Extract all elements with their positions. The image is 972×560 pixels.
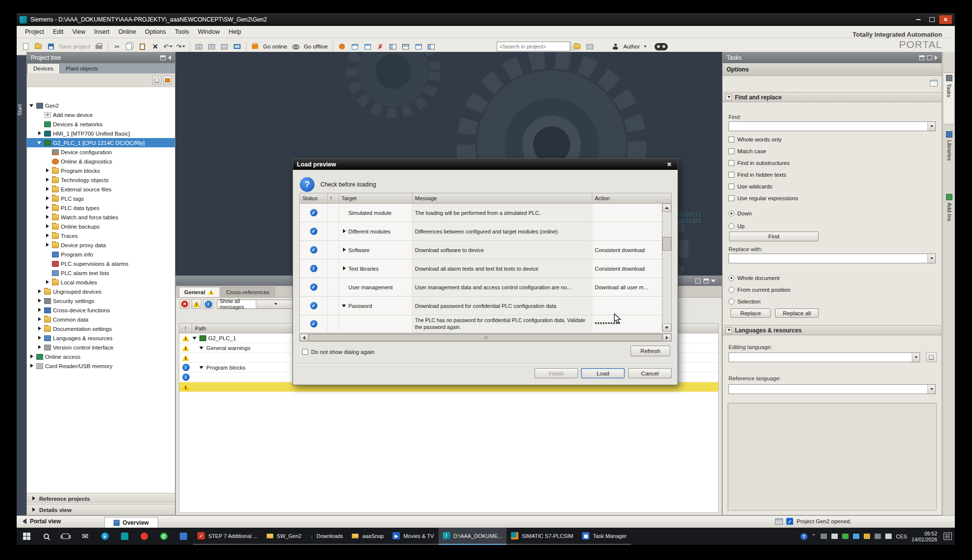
- author-dropdown-icon[interactable]: [644, 46, 647, 47]
- vertical-scrollbar[interactable]: [662, 204, 671, 332]
- task-view-icon[interactable]: [56, 528, 75, 545]
- tray-monitor-icon[interactable]: [821, 534, 827, 539]
- filter-errors-icon[interactable]: ✕: [180, 299, 190, 309]
- start-simulation-icon[interactable]: [231, 41, 243, 52]
- whole-document-radio[interactable]: Whole document: [729, 275, 779, 281]
- replace-all-button[interactable]: Replace all: [775, 308, 819, 318]
- direction-up-radio[interactable]: Up: [729, 223, 745, 229]
- cancel-button[interactable]: Cancel: [628, 368, 672, 378]
- minimize-button[interactable]: [912, 15, 924, 24]
- pin-panel-icon[interactable]: [160, 55, 166, 60]
- dropdown-icon[interactable]: [256, 300, 294, 308]
- tree-item-online-access[interactable]: Online access: [27, 352, 175, 361]
- open-project-icon[interactable]: [32, 41, 44, 52]
- tree-item-plc-alarm-texts[interactable]: PLC alarm text lists: [27, 268, 175, 278]
- go-offline-label[interactable]: Go offline: [304, 44, 328, 49]
- reference-projects-bar[interactable]: Reference projects: [27, 493, 175, 504]
- expander-icon[interactable]: [45, 187, 50, 192]
- expander-icon[interactable]: [37, 298, 42, 303]
- author-icon[interactable]: [609, 41, 621, 52]
- user-toggle-icon[interactable]: [655, 41, 668, 52]
- col-target[interactable]: Target: [339, 193, 413, 203]
- diagnostics-icon[interactable]: [336, 41, 348, 52]
- tree-item-external-sources[interactable]: External source files: [27, 185, 175, 194]
- tree-item-device-proxy[interactable]: Device proxy data: [27, 240, 175, 250]
- tree-item-cross-device[interactable]: Cross-device functions: [27, 305, 175, 315]
- accessible-devices-icon[interactable]: [349, 41, 361, 52]
- tab-plant-objects[interactable]: Plant objects: [60, 63, 104, 73]
- cut-icon[interactable]: ✂: [111, 41, 123, 52]
- pin-panel-icon[interactable]: [919, 55, 924, 60]
- portal-view-button[interactable]: Portal view: [23, 518, 61, 525]
- go-offline-icon[interactable]: [290, 41, 302, 52]
- expander-icon[interactable]: [37, 140, 42, 145]
- tree-item-watch-tables[interactable]: Watch and force tables: [27, 212, 175, 222]
- menu-edit[interactable]: Edit: [49, 26, 68, 38]
- load-row[interactable]: Software Download software to deviceCons…: [300, 241, 671, 259]
- tree-item-plc-tags[interactable]: PLC tags: [27, 194, 175, 203]
- go-online-label[interactable]: Go online: [263, 44, 287, 49]
- panel-window-icon[interactable]: [930, 80, 938, 87]
- tree-item-plc-data-types[interactable]: PLC data types: [27, 203, 175, 212]
- tree-item-device-configuration[interactable]: Device configuration: [27, 147, 175, 157]
- find-hidden-texts-checkbox[interactable]: Find in hidden texts: [729, 172, 786, 178]
- mail-icon[interactable]: ✉: [75, 528, 95, 545]
- expander-icon[interactable]: [45, 205, 50, 210]
- load-row[interactable]: Simulated module The loading will be per…: [300, 204, 671, 222]
- filter-warnings-icon[interactable]: [192, 299, 201, 309]
- find-button[interactable]: Find: [729, 232, 819, 241]
- browser-icon[interactable]: [134, 528, 154, 545]
- tray-cloud-icon[interactable]: [831, 534, 838, 539]
- direction-down-radio[interactable]: Down: [729, 210, 752, 216]
- keyboard-language[interactable]: CES: [896, 534, 907, 539]
- start-button[interactable]: [17, 528, 36, 545]
- tree-item-plc[interactable]: G2_PLC_1 [CPU 1214C DC/DC/Rly]: [27, 138, 175, 147]
- snapshot-icon[interactable]: [219, 41, 230, 52]
- tab-cross-references[interactable]: Cross-references: [221, 287, 275, 297]
- save-project-label[interactable]: Save project: [59, 44, 90, 49]
- collapse-panel-icon[interactable]: [168, 55, 171, 60]
- tree-item-card-reader[interactable]: Card Reader/USB memory: [27, 361, 175, 371]
- tray-app-icon[interactable]: [853, 534, 859, 539]
- expander-icon[interactable]: [37, 289, 42, 294]
- tree-item-online-backups[interactable]: Online backups: [27, 222, 175, 231]
- scrollbar-thumb[interactable]: [662, 237, 671, 251]
- expander-icon[interactable]: [37, 326, 42, 331]
- upload-from-device-icon[interactable]: ↑: [206, 41, 218, 52]
- reference-language-select[interactable]: [729, 384, 936, 394]
- replace-input[interactable]: [729, 254, 936, 263]
- overview-tab[interactable]: Overview: [104, 517, 158, 528]
- expander-icon[interactable]: [29, 103, 34, 108]
- expander-icon[interactable]: [37, 307, 42, 313]
- expander-icon[interactable]: [199, 365, 204, 370]
- whatsapp-icon[interactable]: ✆: [154, 528, 173, 545]
- expander-icon[interactable]: [37, 317, 42, 322]
- window-layout-icon[interactable]: [425, 41, 437, 52]
- expander-icon[interactable]: [45, 168, 50, 173]
- expander-icon[interactable]: [31, 507, 36, 513]
- tree-item-hmi[interactable]: HMI_1 [MTP700 Unified Basic]: [27, 129, 175, 138]
- tray-expand-icon[interactable]: ⌃: [812, 533, 816, 539]
- collapse-panel-icon[interactable]: [935, 55, 938, 60]
- taskbar-app-tia[interactable]: /D:\AAA_DOKUME...: [438, 528, 507, 545]
- load-row[interactable]: Password Download password for confident…: [300, 297, 671, 315]
- action-dropdown[interactable]: Consistent download: [592, 259, 662, 278]
- store-icon[interactable]: [115, 528, 134, 545]
- tree-item-online-diagnostics[interactable]: Online & diagnostics: [27, 157, 175, 166]
- split-horizontal-icon[interactable]: [387, 41, 399, 52]
- tree-item-program-blocks[interactable]: Program blocks: [27, 166, 175, 175]
- tree-item-add-device[interactable]: Add new device: [27, 110, 175, 119]
- scroll-right-icon[interactable]: [663, 334, 671, 341]
- expander-icon[interactable]: [45, 196, 50, 201]
- tree-item-technology-objects[interactable]: Technology objects: [27, 175, 175, 185]
- edge-icon[interactable]: e: [95, 528, 115, 545]
- undo-icon[interactable]: ↶: [162, 41, 174, 52]
- new-project-icon[interactable]: [20, 41, 31, 52]
- expander-icon[interactable]: [45, 224, 50, 229]
- delete-icon[interactable]: ✕: [149, 41, 161, 52]
- start-tab[interactable]: Start: [17, 104, 26, 116]
- stop-cpu-icon[interactable]: ✗: [374, 41, 386, 52]
- match-case-checkbox[interactable]: Match case: [729, 148, 766, 154]
- expander-icon[interactable]: [45, 233, 50, 238]
- taskbar-search-icon[interactable]: [36, 528, 56, 545]
